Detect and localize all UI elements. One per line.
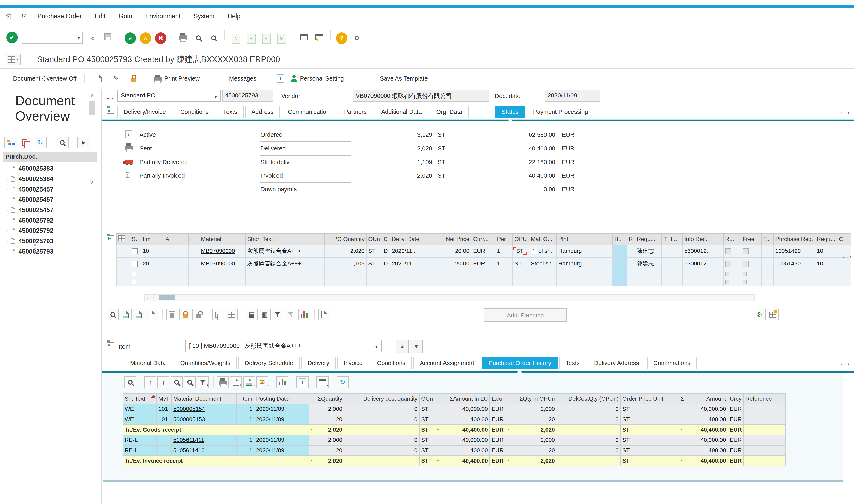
collapse-button[interactable]: «: [86, 32, 99, 44]
scroll-up-icon[interactable]: ∧: [88, 92, 96, 99]
scrollbar-thumb[interactable]: [159, 295, 175, 300]
sort-desc-button[interactable]: ↓: [157, 376, 170, 388]
header-tab-partners[interactable]: Partners: [338, 106, 373, 118]
details-button[interactable]: [124, 376, 136, 388]
lock-button[interactable]: [179, 309, 191, 320]
messages-button[interactable]: Messages: [225, 73, 261, 84]
item-account-button[interactable]: [146, 309, 158, 320]
column-header[interactable]: Free: [741, 233, 761, 245]
item-tab-quantities-weights[interactable]: Quantities/Weights: [174, 357, 237, 369]
duplicate-button[interactable]: [226, 309, 237, 320]
item-tab-confirmations[interactable]: Confirmations: [647, 357, 697, 369]
column-header[interactable]: Item: [236, 393, 254, 404]
column-header[interactable]: OPU: [513, 233, 529, 245]
column-header[interactable]: Curr...: [471, 233, 495, 245]
column-header[interactable]: Info Rec.: [682, 233, 723, 245]
checkbox[interactable]: [743, 280, 747, 284]
column-header[interactable]: ΣAmount: [679, 393, 728, 404]
column-header[interactable]: Itm: [141, 233, 164, 245]
column-header[interactable]: Delivery cost quantity: [344, 393, 419, 404]
row-select-checkbox[interactable]: [132, 272, 136, 276]
material-link[interactable]: MB07090000: [201, 248, 235, 254]
item-tab-scroll-icon[interactable]: ‹ ›: [841, 361, 851, 367]
column-header[interactable]: Net Price: [430, 233, 471, 245]
last-page-button[interactable]: »: [275, 32, 288, 45]
command-field[interactable]: [22, 32, 83, 44]
next-page-button[interactable]: ›: [260, 32, 273, 45]
display-change-button[interactable]: ✎: [110, 73, 123, 84]
column-header[interactable]: MvT: [157, 393, 171, 404]
column-header[interactable]: Deliv. Date: [390, 233, 430, 245]
item-tab-delivery-schedule[interactable]: Delivery Schedule: [238, 357, 300, 369]
column-header[interactable]: Plnt: [556, 233, 613, 245]
column-header[interactable]: C: [382, 233, 390, 245]
grid-scroll-icon[interactable]: ‹ ›: [842, 253, 853, 259]
layout-top-button[interactable]: ▤: [246, 309, 258, 320]
print-preview-button[interactable]: Print Preview: [151, 73, 203, 84]
gui-services-button[interactable]: ▾: [5, 54, 21, 66]
new-session-button[interactable]: [298, 31, 310, 44]
item-tab-texts[interactable]: Texts: [559, 357, 586, 369]
menu-goto[interactable]: Goto: [112, 13, 139, 19]
customize-button[interactable]: ⚙: [351, 32, 363, 44]
column-header[interactable]: Matl G...: [529, 233, 556, 245]
column-header[interactable]: L.cur: [490, 393, 506, 404]
item-select[interactable]: [ 10 ] MB07090000 , 灰熊厲害鈦合金A+++▼: [185, 340, 381, 352]
order-type-select[interactable]: Standard PO▼: [117, 90, 220, 102]
purchase-document-item[interactable]: ·4500025793: [3, 246, 99, 257]
column-header[interactable]: B..: [612, 233, 627, 245]
unlock-button[interactable]: [192, 309, 204, 320]
menu-edit[interactable]: Edit: [88, 13, 112, 19]
column-header[interactable]: Short Text: [245, 233, 324, 245]
checkbox[interactable]: [743, 261, 748, 267]
export-button[interactable]: [230, 376, 242, 388]
exit-session-icon[interactable]: ⎗: [5, 12, 11, 20]
item-tab-invoice[interactable]: Invoice: [337, 357, 369, 369]
window-menu-icon[interactable]: ⎘: [21, 12, 26, 20]
header-tab-payment-processing[interactable]: Payment Processing: [527, 106, 594, 118]
header-tab-communication[interactable]: Communication: [282, 106, 336, 118]
header-tab-address[interactable]: Address: [245, 106, 280, 118]
row-select-checkbox[interactable]: [132, 248, 138, 254]
new-document-button[interactable]: [92, 73, 105, 84]
next-item-button[interactable]: ▼: [410, 340, 423, 353]
previous-page-button[interactable]: ‹: [245, 32, 258, 45]
vendor-field[interactable]: VB07090000 蝦咪都有股份有限公司: [353, 90, 489, 102]
checkbox[interactable]: [725, 280, 729, 284]
column-header[interactable]: ΣQuantity: [309, 393, 344, 404]
menu-purchase-order[interactable]: Purchase Order: [31, 13, 88, 19]
scroll-right-icon[interactable]: ›: [151, 295, 157, 301]
exit-button[interactable]: ✖: [154, 32, 167, 45]
field-cursor[interactable]: ST: [514, 248, 525, 254]
collapse-item-detail-icon[interactable]: [107, 342, 114, 348]
item-tab-delivery-address[interactable]: Delivery Address: [588, 357, 645, 369]
material-document-link[interactable]: 5105611411: [173, 437, 204, 443]
header-tab-status[interactable]: Status: [495, 106, 525, 118]
item-conditions-button[interactable]: [133, 309, 145, 320]
column-header[interactable]: Crcy: [728, 393, 744, 404]
column-header[interactable]: C: [837, 233, 851, 245]
header-tab-additional-data[interactable]: Additional Data: [375, 106, 428, 118]
column-header[interactable]: OUn: [419, 393, 435, 404]
personal-setting-button[interactable]: Personal Setting: [287, 73, 347, 84]
refresh-button[interactable]: ↻: [337, 376, 349, 388]
info-button[interactable]: [297, 376, 308, 388]
layout-bottom-button[interactable]: ▥: [259, 309, 271, 320]
column-header[interactable]: A: [164, 233, 188, 245]
column-header[interactable]: T..: [761, 233, 773, 245]
checkbox[interactable]: [725, 261, 731, 267]
header-tab-conditions[interactable]: Conditions: [174, 106, 215, 118]
column-header[interactable]: I: [188, 233, 199, 245]
column-header[interactable]: S..: [130, 233, 141, 245]
column-header[interactable]: I...: [669, 233, 682, 245]
previous-item-button[interactable]: ▲: [396, 340, 409, 353]
splitter-handle[interactable]: [34, 241, 36, 253]
scroll-left-icon[interactable]: ‹: [145, 295, 151, 301]
find-next-button[interactable]: [183, 376, 196, 388]
material-link[interactable]: MB07090000: [201, 260, 235, 267]
document-overview-toggle-button[interactable]: Document Overview Off: [9, 73, 81, 84]
notes-button[interactable]: [318, 309, 331, 320]
sort-asc-button[interactable]: ↑: [144, 376, 156, 388]
column-header[interactable]: R: [627, 233, 635, 245]
po-number-field[interactable]: 4500025793: [223, 90, 273, 102]
